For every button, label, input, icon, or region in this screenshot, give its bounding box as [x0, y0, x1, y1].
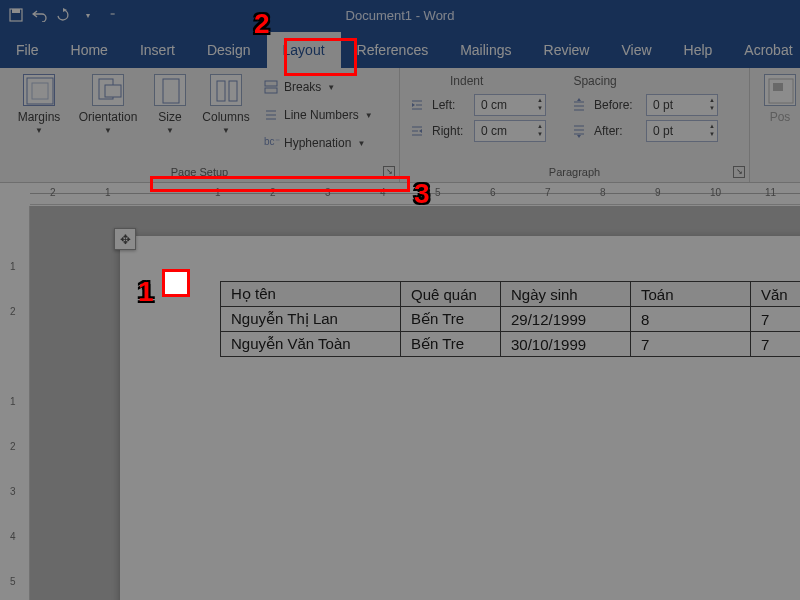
tab-acrobat[interactable]: Acrobat — [728, 32, 800, 68]
table-cell[interactable]: Nguyễn Thị Lan — [221, 307, 401, 332]
table-row[interactable]: Nguyễn Văn ToànBến Tre30/10/199977 — [221, 332, 801, 357]
table-cell[interactable]: Nguyễn Văn Toàn — [221, 332, 401, 357]
ruler-tick: 2 — [10, 306, 16, 317]
tab-design[interactable]: Design — [191, 32, 267, 68]
tab-review[interactable]: Review — [528, 32, 606, 68]
qat-customize-icon[interactable]: ⁼ — [104, 7, 120, 23]
spinner-arrows-icon[interactable]: ▲▼ — [709, 122, 715, 138]
ruler-tick: 8 — [600, 187, 606, 198]
indent-left-icon — [410, 98, 424, 112]
svg-rect-9 — [265, 81, 277, 86]
spinner-arrows-icon[interactable]: ▲▼ — [537, 122, 543, 138]
document-area[interactable]: Họ tênQuê quánNgày sinhToánVăn Nguyễn Th… — [30, 206, 800, 600]
window-title: Document1 - Word — [120, 8, 680, 23]
table-cell[interactable]: 7 — [631, 332, 751, 357]
columns-button[interactable]: Columns ▼ — [198, 72, 254, 156]
chevron-down-icon: ▼ — [35, 126, 43, 135]
ruler-tick: 10 — [710, 187, 721, 198]
size-button[interactable]: Size ▼ — [148, 72, 192, 156]
size-label: Size — [158, 110, 181, 124]
svg-rect-6 — [163, 79, 179, 103]
right-indent-input[interactable]: 0 cm▲▼ — [474, 120, 546, 142]
indent-right-icon — [410, 124, 424, 138]
table-cell[interactable]: Bến Tre — [401, 332, 501, 357]
table-cell[interactable]: 7 — [751, 332, 801, 357]
svg-rect-1 — [12, 9, 20, 13]
svg-rect-27 — [773, 83, 783, 91]
tab-layout[interactable]: Layout — [267, 32, 341, 68]
svg-rect-8 — [229, 81, 237, 101]
page[interactable]: Họ tênQuê quánNgày sinhToánVăn Nguyễn Th… — [120, 236, 800, 600]
table-header-cell[interactable]: Ngày sinh — [501, 282, 631, 307]
ruler-tick: 5 — [10, 576, 16, 587]
position-button[interactable]: Pos — [760, 72, 800, 124]
chevron-down-icon: ▼ — [357, 139, 365, 148]
table-cell[interactable]: 8 — [631, 307, 751, 332]
tab-references[interactable]: References — [341, 32, 445, 68]
ruler-tick: 1 — [105, 187, 111, 198]
titlebar: ▾ ⁼ Document1 - Word — [0, 0, 800, 30]
horizontal-ruler[interactable]: 211234567891011 — [30, 183, 800, 205]
table-cell[interactable]: 7 — [751, 307, 801, 332]
table-move-handle-icon[interactable]: ✥ — [114, 228, 136, 250]
table-header-cell[interactable]: Họ tên — [221, 282, 401, 307]
table-header-cell[interactable]: Toán — [631, 282, 751, 307]
save-icon[interactable] — [8, 7, 24, 23]
tab-insert[interactable]: Insert — [124, 32, 191, 68]
spinner-arrows-icon[interactable]: ▲▼ — [709, 96, 715, 112]
tab-home[interactable]: Home — [55, 32, 124, 68]
chevron-down-icon: ▼ — [365, 111, 373, 120]
vertical-ruler[interactable]: 121234567 — [0, 206, 30, 600]
table-cell[interactable]: 29/12/1999 — [501, 307, 631, 332]
orientation-icon — [92, 74, 124, 106]
chevron-down-icon: ▼ — [327, 83, 335, 92]
svg-rect-10 — [265, 88, 277, 93]
paragraph-dialog-launcher[interactable]: ↘ — [733, 166, 745, 178]
margins-label: Margins — [18, 110, 61, 124]
chevron-down-icon: ▼ — [104, 126, 112, 135]
ruler-tick: 1 — [10, 261, 16, 272]
tab-help[interactable]: Help — [668, 32, 729, 68]
before-spacing-value: 0 pt — [653, 98, 673, 112]
hyphenation-button[interactable]: bc⁻ Hyphenation ▼ — [260, 130, 377, 156]
spinner-arrows-icon[interactable]: ▲▼ — [537, 96, 543, 112]
group-label-page-setup: Page Setup — [0, 166, 399, 178]
document-table[interactable]: Họ tênQuê quánNgày sinhToánVăn Nguyễn Th… — [220, 281, 800, 357]
position-label: Pos — [770, 110, 791, 124]
ruler-tick: 9 — [655, 187, 661, 198]
line-numbers-icon — [264, 108, 278, 122]
svg-rect-7 — [217, 81, 225, 101]
page-setup-dialog-launcher[interactable]: ↘ — [383, 166, 395, 178]
tab-mailings[interactable]: Mailings — [444, 32, 527, 68]
ruler-tick: 4 — [10, 531, 16, 542]
tab-view[interactable]: View — [605, 32, 667, 68]
orientation-button[interactable]: Orientation ▼ — [74, 72, 142, 156]
before-spacing-label: Before: — [594, 98, 638, 112]
table-row[interactable]: Nguyễn Thị LanBến Tre29/12/199987 — [221, 307, 801, 332]
table-cell[interactable]: 30/10/1999 — [501, 332, 631, 357]
ruler-tick: 1 — [10, 396, 16, 407]
redo-icon[interactable] — [56, 7, 72, 23]
tab-file[interactable]: File — [0, 32, 55, 68]
svg-rect-2 — [27, 78, 53, 104]
quick-access-toolbar: ▾ ⁼ — [0, 7, 120, 23]
after-spacing-input[interactable]: 0 pt▲▼ — [646, 120, 718, 142]
table-header-cell[interactable]: Quê quán — [401, 282, 501, 307]
ruler-tick: 3 — [10, 486, 16, 497]
left-indent-input[interactable]: 0 cm▲▼ — [474, 94, 546, 116]
after-spacing-value: 0 pt — [653, 124, 673, 138]
group-page-setup: Margins ▼ Orientation ▼ Size ▼ Columns ▼ — [0, 68, 400, 182]
margins-button[interactable]: Margins ▼ — [10, 72, 68, 156]
line-numbers-label: Line Numbers — [284, 108, 359, 122]
chevron-down-icon: ▼ — [222, 126, 230, 135]
table-cell[interactable]: Bến Tre — [401, 307, 501, 332]
margins-icon — [23, 74, 55, 106]
qat-dropdown-icon[interactable]: ▾ — [80, 7, 96, 23]
table-header-cell[interactable]: Văn — [751, 282, 801, 307]
before-spacing-input[interactable]: 0 pt▲▼ — [646, 94, 718, 116]
hyphenation-label: Hyphenation — [284, 136, 351, 150]
breaks-button[interactable]: Breaks ▼ — [260, 74, 377, 100]
chevron-down-icon: ▼ — [166, 126, 174, 135]
undo-icon[interactable] — [32, 7, 48, 23]
line-numbers-button[interactable]: Line Numbers ▼ — [260, 102, 377, 128]
